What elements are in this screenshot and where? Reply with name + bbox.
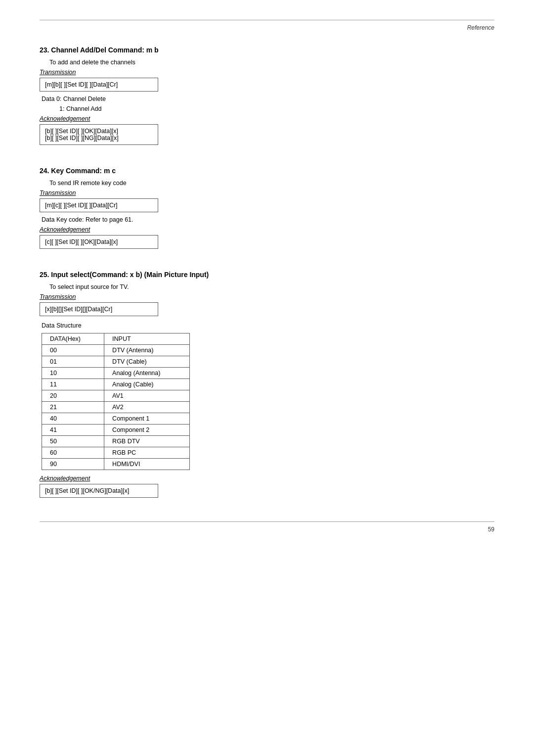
table-cell-input: HDMI/DVI [104, 459, 190, 470]
table-row: 40Component 1 [42, 413, 190, 425]
section-23-ack-code: [b][ ][Set ID][ ][OK][Data][x] [b][ ][Se… [40, 124, 158, 145]
table-cell-hex: 60 [42, 447, 104, 459]
page-number: 59 [40, 526, 494, 533]
section-23-title: 23. Channel Add/Del Command: m b [40, 46, 494, 54]
table-cell-input: RGB DTV [104, 436, 190, 447]
table-cell-hex: 11 [42, 379, 104, 390]
table-cell-hex: 20 [42, 390, 104, 402]
table-cell-hex: 00 [42, 345, 104, 356]
header-reference: Reference [40, 24, 494, 31]
table-cell-input: DTV (Cable) [104, 356, 190, 368]
section-25: 25. Input select(Command: x b) (Main Pic… [40, 271, 494, 502]
section-25-data-structure-label: Data Structure [42, 322, 494, 329]
table-row: 20AV1 [42, 390, 190, 402]
section-25-ack-code: [b][ ][Set ID][ ][OK/NG][Data][x] [40, 484, 158, 498]
table-cell-hex: 90 [42, 459, 104, 470]
section-25-ack-label: Acknowledgement [40, 475, 494, 482]
table-cell-input: Analog (Cable) [104, 379, 190, 390]
table-cell-hex: 40 [42, 413, 104, 425]
table-header-hex: DATA(Hex) [42, 333, 104, 345]
table-cell-input: AV2 [104, 402, 190, 413]
table-row: 90HDMI/DVI [42, 459, 190, 470]
section-23: 23. Channel Add/Del Command: m b To add … [40, 46, 494, 149]
table-cell-input: RGB PC [104, 447, 190, 459]
table-cell-hex: 01 [42, 356, 104, 368]
section-25-data-table: DATA(Hex) INPUT 00DTV (Antenna)01DTV (Ca… [42, 333, 190, 470]
section-23-desc: To add and delete the channels [49, 59, 494, 66]
table-cell-hex: 41 [42, 425, 104, 436]
section-23-transmission-code: [m][b][ ][Set ID][ ][Data][Cr] [40, 78, 158, 92]
section-23-ack-label: Acknowledgement [40, 115, 494, 122]
section-25-title: 25. Input select(Command: x b) (Main Pic… [40, 271, 494, 279]
table-cell-input: DTV (Antenna) [104, 345, 190, 356]
table-row: 50RGB DTV [42, 436, 190, 447]
table-header-row: DATA(Hex) INPUT [42, 333, 190, 345]
table-cell-hex: 21 [42, 402, 104, 413]
table-cell-input: Component 2 [104, 425, 190, 436]
section-25-transmission-label: Transmission [40, 293, 494, 300]
reference-label: Reference [467, 24, 494, 31]
table-cell-hex: 50 [42, 436, 104, 447]
table-header-input: INPUT [104, 333, 190, 345]
section-24: 24. Key Command: m c To send IR remote k… [40, 167, 494, 253]
table-row: 41Component 2 [42, 425, 190, 436]
section-23-transmission-label: Transmission [40, 69, 494, 76]
page-container: Reference 23. Channel Add/Del Command: m… [0, 0, 534, 756]
table-cell-input: Analog (Antenna) [104, 368, 190, 379]
table-row: 11Analog (Cable) [42, 379, 190, 390]
section-23-data-note-1: 1: Channel Add [59, 105, 494, 112]
section-25-desc: To select input source for TV. [49, 284, 494, 290]
bottom-rule [40, 521, 494, 522]
section-24-data-note-0: Data Key code: Refer to page 61. [42, 216, 494, 223]
table-cell-input: Component 1 [104, 413, 190, 425]
table-row: 00DTV (Antenna) [42, 345, 190, 356]
section-24-transmission-label: Transmission [40, 189, 494, 196]
section-24-transmission-code: [m][c][ ][Set ID][ ][Data][Cr] [40, 198, 158, 212]
section-24-title: 24. Key Command: m c [40, 167, 494, 175]
table-row: 01DTV (Cable) [42, 356, 190, 368]
table-row: 60RGB PC [42, 447, 190, 459]
table-row: 21AV2 [42, 402, 190, 413]
table-cell-input: AV1 [104, 390, 190, 402]
section-24-ack-label: Acknowledgement [40, 226, 494, 233]
section-24-ack-code: [c][ ][Set ID][ ][OK][Data][x] [40, 235, 158, 249]
top-rule [40, 20, 494, 20]
section-24-desc: To send IR remote key code [49, 180, 494, 187]
section-23-data-note-0: Data 0: Channel Delete [42, 95, 494, 102]
table-cell-hex: 10 [42, 368, 104, 379]
table-row: 10Analog (Antenna) [42, 368, 190, 379]
section-25-transmission-code: [x][b][][Set ID][][Data][Cr] [40, 302, 158, 316]
